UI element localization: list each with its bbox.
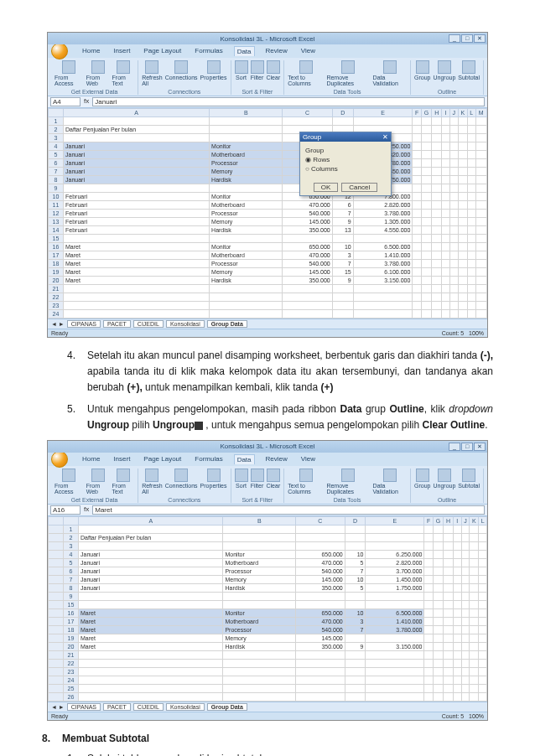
row-header[interactable]: 8 <box>49 176 64 184</box>
cell[interactable] <box>475 293 486 302</box>
cell[interactable]: 470.000 <box>283 201 332 210</box>
tab-insert[interactable]: Insert <box>111 454 132 464</box>
cell[interactable] <box>433 642 443 650</box>
table-row[interactable]: 19MaretMemory145.000156.100.000 <box>49 268 487 277</box>
cell[interactable] <box>461 583 470 592</box>
cell[interactable]: 3.150.000 <box>353 277 413 285</box>
cell[interactable]: Memory <box>210 218 283 226</box>
cell[interactable] <box>413 251 421 260</box>
cell[interactable] <box>444 608 454 617</box>
cell[interactable] <box>296 533 345 541</box>
cell[interactable] <box>475 302 486 310</box>
cell[interactable] <box>366 659 424 667</box>
tab-home[interactable]: Home <box>80 46 102 56</box>
cell[interactable] <box>458 268 467 277</box>
close-button[interactable]: ✕ <box>474 443 486 451</box>
cell[interactable] <box>458 302 467 310</box>
cell[interactable] <box>433 575 443 583</box>
cell[interactable] <box>449 218 458 226</box>
office-orb-icon[interactable] <box>51 43 68 60</box>
cell[interactable]: 540.000 <box>296 567 345 575</box>
cell[interactable] <box>421 218 432 226</box>
cell[interactable] <box>461 634 470 642</box>
col-header[interactable]: K <box>470 516 479 525</box>
cell[interactable] <box>442 134 450 142</box>
cell[interactable] <box>467 226 475 235</box>
cell[interactable] <box>479 659 487 667</box>
cell[interactable]: 650.000 <box>283 243 332 251</box>
cell[interactable] <box>467 134 475 142</box>
cell[interactable] <box>366 667 424 676</box>
cell[interactable] <box>424 692 433 701</box>
cell[interactable] <box>424 533 433 541</box>
cell[interactable] <box>413 117 421 126</box>
cell[interactable] <box>475 218 486 226</box>
table-row[interactable]: 12FebruariProcessor540.00073.780.000 <box>49 210 487 218</box>
cell[interactable] <box>442 277 450 285</box>
cell[interactable]: Monitor <box>223 550 296 558</box>
table-row[interactable]: 9 <box>49 184 487 193</box>
cell[interactable] <box>345 525 366 533</box>
cell[interactable]: 650.000 <box>296 608 345 617</box>
row-header[interactable]: 3 <box>64 541 79 550</box>
cell[interactable] <box>64 293 210 302</box>
close-button[interactable]: ✕ <box>474 34 486 43</box>
cell[interactable] <box>449 193 458 201</box>
cell[interactable] <box>442 168 450 176</box>
cell[interactable]: Februari <box>64 226 210 235</box>
cell[interactable] <box>458 193 467 201</box>
cell[interactable] <box>432 218 442 226</box>
table-row[interactable]: 10FebruariMonitor650.000127.800.000 <box>49 193 487 201</box>
table-row[interactable]: 16MaretMonitor650.000106.500.000 <box>49 243 487 251</box>
table-row[interactable]: 19MaretMemory145.000 <box>49 634 487 642</box>
cell[interactable] <box>296 684 345 692</box>
cell[interactable] <box>442 151 450 159</box>
cell[interactable] <box>413 285 421 293</box>
cancel-button[interactable]: Cancel <box>341 183 377 192</box>
cell[interactable] <box>283 285 332 293</box>
cell[interactable] <box>366 541 424 550</box>
cell[interactable] <box>453 600 461 608</box>
name-box[interactable]: A16 <box>50 505 81 515</box>
cell[interactable] <box>467 151 475 159</box>
cell[interactable] <box>442 142 450 151</box>
row-header[interactable]: 23 <box>64 667 79 676</box>
cell[interactable] <box>479 567 487 575</box>
ribbon-group[interactable]: Group <box>414 60 430 80</box>
cell[interactable] <box>467 260 475 268</box>
cell[interactable] <box>433 525 443 533</box>
cell[interactable] <box>366 634 424 642</box>
cell[interactable] <box>432 210 442 218</box>
cell[interactable] <box>449 243 458 251</box>
sheet-tab-konsolidasi[interactable]: Konsolidasi <box>166 703 205 711</box>
cell[interactable] <box>421 302 432 310</box>
row-header[interactable]: 14 <box>49 226 64 235</box>
row-header[interactable]: 24 <box>64 676 79 684</box>
cell[interactable] <box>475 117 486 126</box>
table-row[interactable]: 22 <box>49 293 487 302</box>
cell[interactable] <box>458 293 467 302</box>
row-header[interactable]: 1 <box>49 117 64 126</box>
row-header[interactable]: 7 <box>64 575 79 583</box>
outline-cell[interactable] <box>49 692 64 701</box>
cell[interactable] <box>470 550 479 558</box>
cell[interactable] <box>470 667 479 676</box>
cell[interactable] <box>442 226 450 235</box>
cell[interactable]: 350.000 <box>296 583 345 592</box>
cell[interactable] <box>458 184 467 193</box>
cell[interactable]: Maret <box>79 608 223 617</box>
cell[interactable] <box>458 226 467 235</box>
cell[interactable]: Hardisk <box>210 277 283 285</box>
cell[interactable] <box>475 193 486 201</box>
col-header[interactable]: E <box>366 516 424 525</box>
cell[interactable] <box>442 201 450 210</box>
col-header[interactable]: C <box>296 516 345 525</box>
cell[interactable] <box>470 558 479 567</box>
cell[interactable]: 9 <box>332 277 353 285</box>
cell[interactable] <box>461 550 470 558</box>
cell[interactable] <box>433 684 443 692</box>
cell[interactable] <box>475 226 486 235</box>
cell[interactable] <box>332 285 353 293</box>
cell[interactable] <box>433 567 443 575</box>
cell[interactable]: 3.700.000 <box>366 567 424 575</box>
